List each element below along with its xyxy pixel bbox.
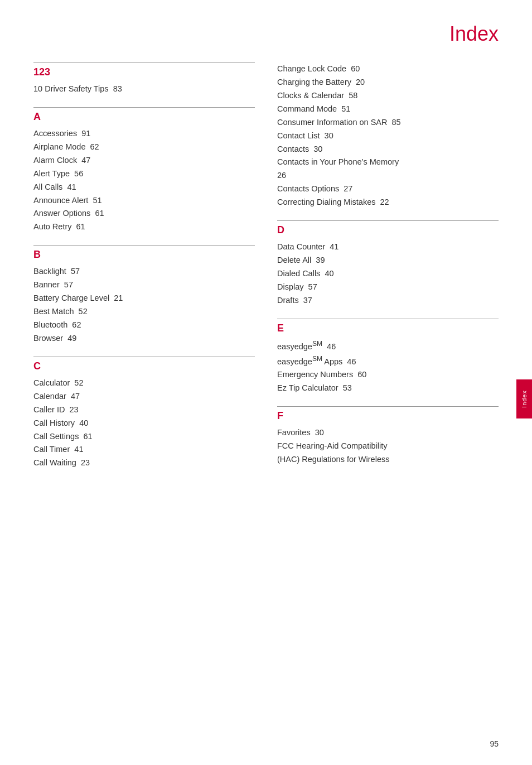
entry-contacts-options: Contacts Options 27: [277, 182, 499, 196]
entry-command-mode: Command Mode 51: [277, 103, 499, 116]
section-D: D Data Counter 41 Delete All 39 Dialed C…: [277, 220, 499, 307]
entry-consumer-info-sar: Consumer Information on SAR 85: [277, 116, 499, 129]
divider-123: [33, 62, 255, 63]
entry-battery-charge-level: Battery Charge Level 21: [33, 292, 255, 305]
section-label-C: C: [33, 360, 255, 372]
entry-emergency-numbers: Emergency Numbers 60: [277, 368, 499, 382]
entry-delete-all: Delete All 39: [277, 254, 499, 267]
entry-easyedge-apps: easyedgeSM Apps 46: [277, 354, 499, 369]
entry-call-waiting: Call Waiting 23: [33, 456, 255, 470]
entry-alert-type: Alert Type 56: [33, 167, 255, 181]
section-label-E: E: [277, 323, 499, 334]
section-label-A: A: [33, 111, 255, 123]
entry-data-counter: Data Counter 41: [277, 240, 499, 254]
section-label-F: F: [277, 410, 499, 422]
entry-call-timer: Call Timer 41: [33, 443, 255, 456]
entry-browser: Browser 49: [33, 332, 255, 345]
entry-charging-battery: Charging the Battery 20: [277, 76, 499, 89]
page-number: 95: [490, 739, 499, 748]
page-container: Index 123 10 Driver Safety Tips 83 A Acc…: [0, 0, 532, 765]
divider-C: [33, 357, 255, 357]
entry-alarm-clock: Alarm Clock 47: [33, 154, 255, 167]
entry-banner: Banner 57: [33, 278, 255, 292]
entry-clocks-calendar: Clocks & Calendar 58: [277, 89, 499, 103]
entry-contact-list: Contact List 30: [277, 129, 499, 143]
entry-announce-alert: Announce Alert 51: [33, 194, 255, 208]
entry-accessories: Accessories 91: [33, 127, 255, 141]
entry-ez-tip-calculator: Ez Tip Calculator 53: [277, 382, 499, 395]
entry-caller-id: Caller ID 23: [33, 403, 255, 417]
section-E: E easyedgeSM 46 easyedgeSM Apps 46 Emerg…: [277, 319, 499, 395]
section-C-continued: Change Lock Code 60 Charging the Battery…: [277, 62, 499, 209]
entry-airplane-mode: Airplane Mode 62: [33, 141, 255, 154]
entry-auto-retry: Auto Retry 61: [33, 220, 255, 234]
divider-B: [33, 245, 255, 246]
entry-best-match: Best Match 52: [33, 305, 255, 319]
entry-call-history: Call History 40: [33, 417, 255, 430]
page-title: Index: [33, 22, 499, 46]
left-column: 123 10 Driver Safety Tips 83 A Accessori…: [33, 62, 255, 481]
entry-backlight: Backlight 57: [33, 265, 255, 278]
content-wrapper: 123 10 Driver Safety Tips 83 A Accessori…: [33, 62, 499, 481]
entry-call-settings: Call Settings 61: [33, 430, 255, 444]
entry-favorites: Favorites 30: [277, 426, 499, 440]
divider-E: [277, 319, 499, 319]
divider-D: [277, 220, 499, 221]
section-A: A Accessories 91 Airplane Mode 62 Alarm …: [33, 107, 255, 234]
entry-answer-options: Answer Options 61: [33, 207, 255, 220]
side-tab-index: Index: [516, 379, 532, 418]
entry-correcting-dialing: Correcting Dialing Mistakes 22: [277, 196, 499, 209]
entry-contacts-phone-memory: Contacts in Your Phone’s Memory26: [277, 156, 499, 182]
side-tab-label: Index: [521, 390, 528, 408]
divider-A: [33, 107, 255, 108]
entry-change-lock-code: Change Lock Code 60: [277, 62, 499, 76]
right-column: Change Lock Code 60 Charging the Battery…: [277, 62, 499, 481]
section-F: F Favorites 30 FCC Hearing-Aid Compatibi…: [277, 406, 499, 466]
section-C: C Calculator 52 Calendar 47 Caller ID 23…: [33, 357, 255, 470]
entry-bluetooth: Bluetooth 62: [33, 319, 255, 332]
divider-F: [277, 406, 499, 407]
section-label-123: 123: [33, 66, 255, 78]
entry-contacts: Contacts 30: [277, 143, 499, 156]
entry-display: Display 57: [277, 281, 499, 294]
entry-easyedge: easyedgeSM 46: [277, 339, 499, 354]
entry-calendar: Calendar 47: [33, 390, 255, 403]
section-label-B: B: [33, 249, 255, 261]
section-B: B Backlight 57 Banner 57 Battery Charge …: [33, 245, 255, 345]
section-label-D: D: [277, 224, 499, 236]
entry-dialed-calls: Dialed Calls 40: [277, 267, 499, 281]
entry-driver-safety: 10 Driver Safety Tips 83: [33, 83, 255, 96]
entry-fcc-hearing-aid: FCC Hearing-Aid Compatibility(HAC) Regul…: [277, 440, 499, 466]
entry-all-calls: All Calls 41: [33, 181, 255, 194]
entry-drafts: Drafts 37: [277, 294, 499, 307]
entry-calculator: Calculator 52: [33, 377, 255, 390]
section-123: 123 10 Driver Safety Tips 83: [33, 62, 255, 96]
